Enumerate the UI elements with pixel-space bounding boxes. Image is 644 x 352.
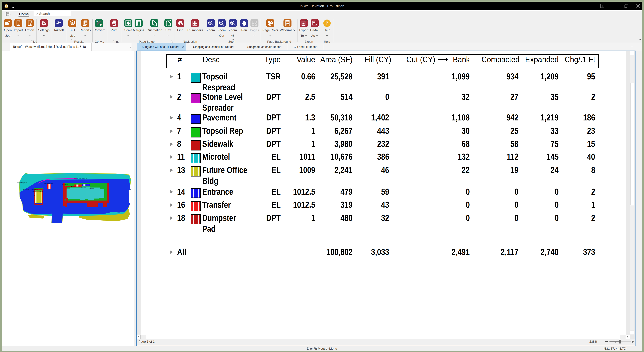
svg-text:Transfer: Transfer — [71, 186, 76, 188]
svg-text:Stone Level Spreader: Stone Level Spreader — [74, 178, 87, 179]
svg-text:D: D — [73, 23, 74, 25]
svg-text:Demolition: Demolition — [62, 184, 68, 186]
svg-text:3: 3 — [71, 23, 72, 25]
svg-text:E: E — [100, 24, 102, 26]
svg-text:Entrance: Entrance — [81, 187, 86, 189]
svg-text:Dumpster Pad: Dumpster Pad — [44, 183, 52, 184]
svg-text:Pavement: Pavement — [23, 189, 29, 191]
svg-text:Microtel: Microtel — [90, 188, 94, 189]
svg-text:M: M — [96, 20, 98, 23]
svg-text:?: ? — [326, 21, 328, 26]
svg-text:S: S — [34, 194, 35, 196]
svg-text:Topsoil Rep: Topsoil Rep — [31, 189, 38, 190]
svg-text:Topsoil Respread: Topsoil Respread — [17, 182, 27, 184]
svg-text:Future Office Bldg: Future Office Bldg — [32, 191, 43, 192]
